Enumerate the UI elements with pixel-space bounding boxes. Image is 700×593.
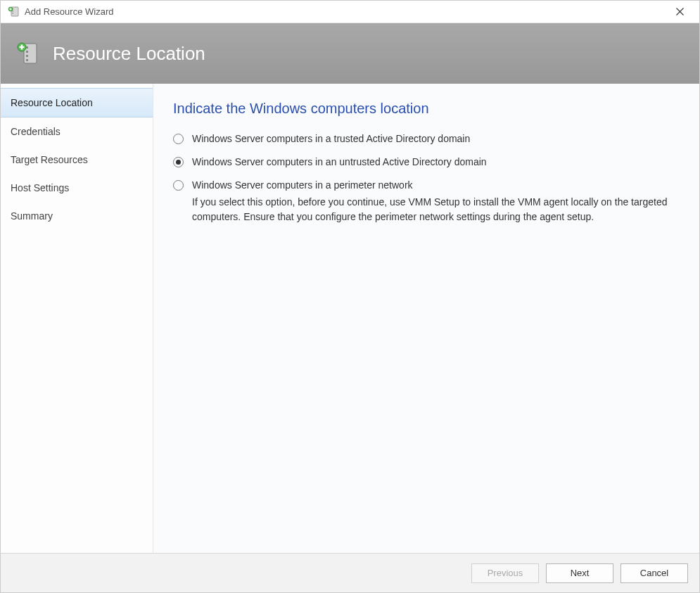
wizard-sidebar: Resource Location Credentials Target Res…	[1, 84, 153, 553]
sidebar-step-host-settings[interactable]: Host Settings	[1, 174, 153, 202]
svg-rect-13	[26, 59, 28, 61]
sidebar-step-label: Credentials	[11, 126, 61, 137]
main-panel: Indicate the Windows computers location …	[153, 84, 699, 553]
cancel-button[interactable]: Cancel	[621, 563, 688, 583]
button-label: Cancel	[640, 568, 668, 578]
wizard-footer: Previous Next Cancel	[1, 553, 699, 592]
option-perimeter-network[interactable]: Windows Server computers in a perimeter …	[173, 179, 678, 191]
sidebar-step-resource-location[interactable]: Resource Location	[1, 88, 153, 117]
radio-icon[interactable]	[173, 180, 184, 191]
main-heading: Indicate the Windows computers location	[173, 101, 678, 117]
window-title: Add Resource Wizard	[25, 6, 666, 17]
next-button[interactable]: Next	[546, 563, 613, 583]
radio-icon[interactable]	[173, 157, 184, 167]
button-label: Next	[571, 568, 590, 578]
server-add-icon	[16, 42, 40, 65]
banner: Resource Location	[1, 23, 699, 84]
radio-icon[interactable]	[173, 134, 184, 144]
svg-rect-16	[20, 46, 25, 48]
option-label: Windows Server computers in a perimeter …	[192, 179, 413, 191]
option-label: Windows Server computers in an untrusted…	[192, 155, 487, 167]
content-area: Resource Location Credentials Target Res…	[1, 84, 699, 553]
button-label: Previous	[488, 568, 523, 578]
sidebar-step-credentials[interactable]: Credentials	[1, 117, 153, 146]
option-label: Windows Server computers in a trusted Ac…	[192, 132, 470, 144]
app-icon	[8, 6, 19, 18]
perimeter-hint-text: If you select this option, before you co…	[192, 195, 678, 224]
option-untrusted-domain[interactable]: Windows Server computers in an untrusted…	[173, 155, 678, 167]
svg-rect-3	[13, 13, 14, 14]
previous-button: Previous	[471, 563, 539, 583]
sidebar-step-label: Resource Location	[11, 97, 93, 108]
svg-rect-2	[13, 11, 14, 12]
sidebar-step-target-resources[interactable]: Target Resources	[1, 146, 153, 174]
banner-title: Resource Location	[53, 43, 205, 65]
titlebar: Add Resource Wizard	[1, 1, 699, 23]
svg-rect-12	[26, 55, 28, 57]
close-button[interactable]	[666, 1, 694, 23]
sidebar-step-summary[interactable]: Summary	[1, 202, 153, 230]
sidebar-step-label: Summary	[11, 210, 53, 222]
sidebar-step-label: Target Resources	[11, 154, 88, 165]
sidebar-step-label: Host Settings	[11, 182, 69, 193]
svg-rect-6	[9, 8, 11, 9]
svg-rect-11	[26, 51, 28, 53]
option-trusted-domain[interactable]: Windows Server computers in a trusted Ac…	[173, 132, 678, 144]
